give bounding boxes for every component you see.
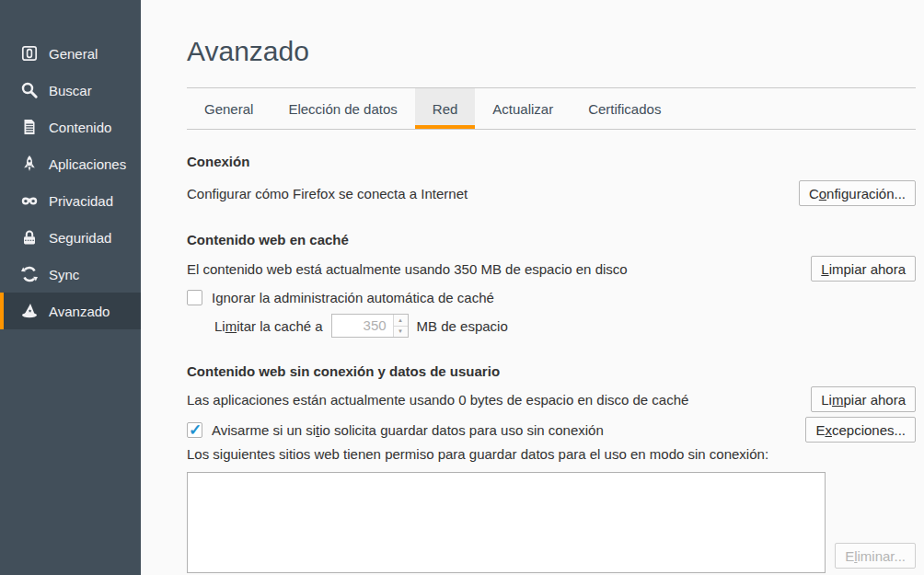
offline-permissions-label: Los siguientes sitios web tienen permiso… <box>187 446 916 463</box>
firefox-preferences-window: General Buscar Contenido Aplicaciones Pr <box>0 0 924 575</box>
sidebar-item-label: General <box>49 46 98 62</box>
cache-limit-label: Limitar la caché a <box>214 318 323 334</box>
cache-override-checkbox[interactable] <box>187 290 202 305</box>
cache-override-row: Ignorar la administración automática de … <box>187 290 916 305</box>
wizard-hat-icon <box>20 302 39 320</box>
cache-limit-suffix: MB de espacio <box>417 318 508 334</box>
sidebar-item-privacidad[interactable]: Privacidad <box>0 182 141 219</box>
offline-usage-row: Las aplicaciones están actualmente usand… <box>187 386 916 412</box>
tab-actualizar[interactable]: Actualizar <box>475 88 571 129</box>
page-title: Avanzado <box>187 33 916 70</box>
panel-icon <box>20 44 39 63</box>
preferences-pane: Avanzado General Elección de datos Red A… <box>141 0 924 575</box>
offline-notify-label: Avisarme si un sitio solicita guardar da… <box>212 422 604 438</box>
cache-limit-spinner: ▲ ▼ <box>393 315 408 337</box>
connection-settings-button[interactable]: Configuración... <box>799 180 916 206</box>
sidebar-item-label: Contenido <box>49 120 111 135</box>
offline-sites-listbox[interactable] <box>187 472 826 573</box>
sidebar-item-avanzado[interactable]: Avanzado <box>0 293 141 329</box>
sidebar-item-sync[interactable]: Sync <box>0 256 141 293</box>
offline-notify-checkbox[interactable] <box>187 422 202 438</box>
sidebar-item-label: Seguridad <box>49 230 111 246</box>
document-icon <box>20 118 39 136</box>
cache-clear-button[interactable]: Limpiar ahora <box>811 256 916 282</box>
search-icon <box>20 81 39 99</box>
offline-sites-actions: Eliminar... <box>826 472 916 573</box>
cache-heading: Contenido web en caché <box>187 232 916 248</box>
sync-icon <box>20 265 39 283</box>
lock-icon <box>20 228 39 247</box>
sidebar-item-label: Sync <box>49 267 79 282</box>
offline-notify-row: Avisarme si un sitio solicita guardar da… <box>187 417 916 443</box>
tab-red[interactable]: Red <box>415 88 476 129</box>
offline-sites-row: Eliminar... <box>187 472 916 573</box>
offline-remove-button[interactable]: Eliminar... <box>835 543 916 569</box>
sidebar-item-label: Avanzado <box>49 304 110 319</box>
sidebar-item-general[interactable]: General <box>0 35 141 72</box>
connection-row: Configurar cómo Firefox se conecta a Int… <box>187 180 916 206</box>
cache-limit-row: Limitar la caché a 350 ▲ ▼ MB de espacio <box>214 314 916 338</box>
sidebar: General Buscar Contenido Aplicaciones Pr <box>0 0 141 575</box>
tab-eleccion-de-datos[interactable]: Elección de datos <box>271 88 414 129</box>
offline-heading: Contenido web sin conexión y datos de us… <box>187 363 916 380</box>
sidebar-item-buscar[interactable]: Buscar <box>0 72 141 109</box>
offline-exceptions-button[interactable]: Excepciones... <box>805 417 916 443</box>
mask-icon <box>20 191 39 210</box>
spinner-down-icon[interactable]: ▼ <box>394 326 408 338</box>
tab-bar: General Elección de datos Red Actualizar… <box>187 87 916 130</box>
cache-usage-text: El contenido web está actualmente usando… <box>187 261 811 277</box>
spinner-up-icon[interactable]: ▲ <box>394 315 408 326</box>
offline-clear-button[interactable]: Limpiar ahora <box>811 386 916 412</box>
cache-usage-row: El contenido web está actualmente usando… <box>187 256 916 282</box>
sidebar-item-seguridad[interactable]: Seguridad <box>0 219 141 256</box>
sidebar-item-label: Buscar <box>49 83 92 98</box>
tab-certificados[interactable]: Certificados <box>571 88 678 129</box>
sidebar-item-label: Privacidad <box>49 193 113 209</box>
cache-limit-value: 350 <box>332 315 393 337</box>
rocket-icon <box>20 155 39 173</box>
cache-limit-input[interactable]: 350 ▲ ▼ <box>331 314 409 338</box>
offline-notify-left: Avisarme si un sitio solicita guardar da… <box>187 422 805 438</box>
cache-override-label: Ignorar la administración automática de … <box>212 290 494 305</box>
offline-usage-text: Las aplicaciones están actualmente usand… <box>187 392 811 408</box>
sidebar-item-aplicaciones[interactable]: Aplicaciones <box>0 145 141 182</box>
connection-description: Configurar cómo Firefox se conecta a Int… <box>187 186 799 201</box>
sidebar-item-contenido[interactable]: Contenido <box>0 109 141 145</box>
connection-heading: Conexión <box>187 154 916 170</box>
tab-general[interactable]: General <box>187 88 271 129</box>
sidebar-item-label: Aplicaciones <box>49 156 126 172</box>
